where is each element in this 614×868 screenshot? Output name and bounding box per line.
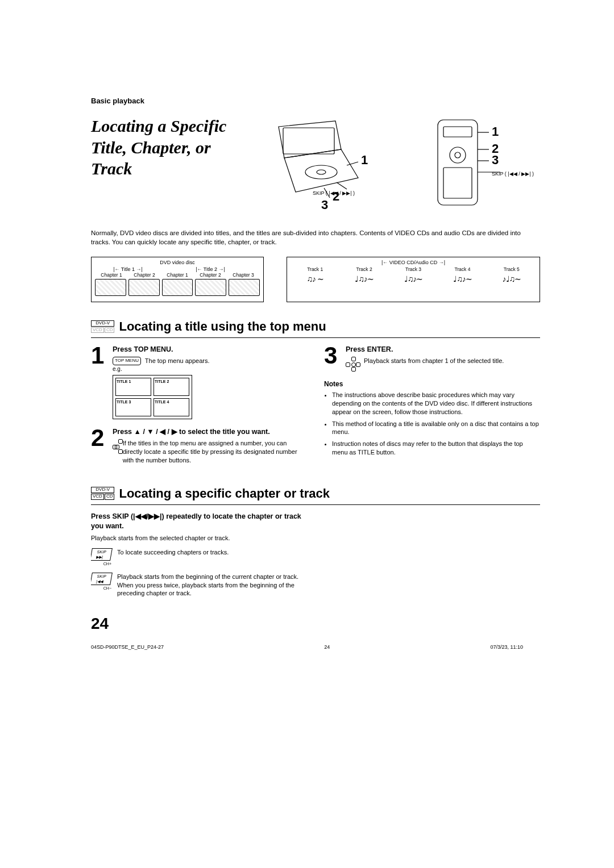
- svg-text:1: 1: [361, 153, 368, 167]
- breadcrumb: Basic playback: [91, 97, 540, 105]
- skip-back-icon: SKIP|◀◀: [91, 573, 113, 585]
- step-3: 3 Press ENTER. Playback starts from chap…: [324, 345, 540, 372]
- svg-point-10: [450, 147, 466, 163]
- footer: 04SD-P90DTSE_E_EU_P24-27 24 07/3/23, 11:…: [91, 644, 540, 650]
- step-1: 1 Press TOP MENU. TOP MENU The top menu …: [91, 345, 307, 419]
- svg-line-3: [347, 162, 358, 165]
- portable-player-illustration: 1 2 3 SKIP ( |◀◀ / ▶▶| ): [244, 115, 370, 212]
- cd-structure-diagram: |← VIDEO CD/Audio CD →| Track 1 Track 2 …: [287, 257, 540, 302]
- notes-heading: Notes: [324, 379, 540, 389]
- section2-heading: DVD-V VCD CD Locating a specific chapter…: [91, 486, 540, 501]
- section1-heading: DVD-V VCD CD Locating a title using the …: [91, 319, 540, 334]
- step-2: 2 Press ▲ / ▼ / ◀ / ▶ to select the titl…: [91, 427, 307, 464]
- svg-rect-0: [283, 128, 334, 154]
- svg-line-4: [337, 182, 347, 189]
- remote-skip-label: SKIP ( |◀◀ / ▶▶| ): [492, 171, 534, 177]
- enter-dpad-icon: [346, 357, 360, 372]
- svg-point-1: [305, 165, 337, 179]
- svg-text:3: 3: [492, 153, 499, 167]
- intro-text: Normally, DVD video discs are divided in…: [91, 229, 540, 247]
- section2-step-title: Press SKIP (|◀◀/▶▶|) repeatedly to locat…: [91, 512, 307, 531]
- page-number: 24: [91, 615, 540, 633]
- svg-point-2: [317, 170, 326, 174]
- top-menu-illustration: TITLE 1 TITLE 2 TITLE 3 TITLE 4: [113, 375, 192, 419]
- svg-rect-12: [443, 127, 472, 137]
- player-skip-label: SKIP ( |◀◀ / ▶▶| ): [313, 190, 355, 196]
- svg-text:3: 3: [321, 198, 328, 212]
- svg-point-11: [455, 152, 460, 158]
- dvd-structure-diagram: DVD video disc |← Title 1 →| |← Title 2 …: [91, 257, 264, 302]
- notes-list: The instructions above describe basic pr…: [324, 391, 540, 457]
- remote-illustration: 1 2 3 SKIP ( |◀◀ / ▶▶| ): [432, 115, 540, 212]
- dpad-icon: [113, 439, 119, 454]
- skip-forward-icon: SKIP▶▶|: [91, 548, 113, 561]
- svg-text:1: 1: [492, 124, 499, 139]
- page-title: Locating a Specific Title, Chapter, or T…: [91, 115, 239, 180]
- hero: Locating a Specific Title, Chapter, or T…: [91, 115, 540, 212]
- svg-rect-13: [443, 168, 472, 198]
- top-menu-button-icon: TOP MENU: [113, 357, 141, 365]
